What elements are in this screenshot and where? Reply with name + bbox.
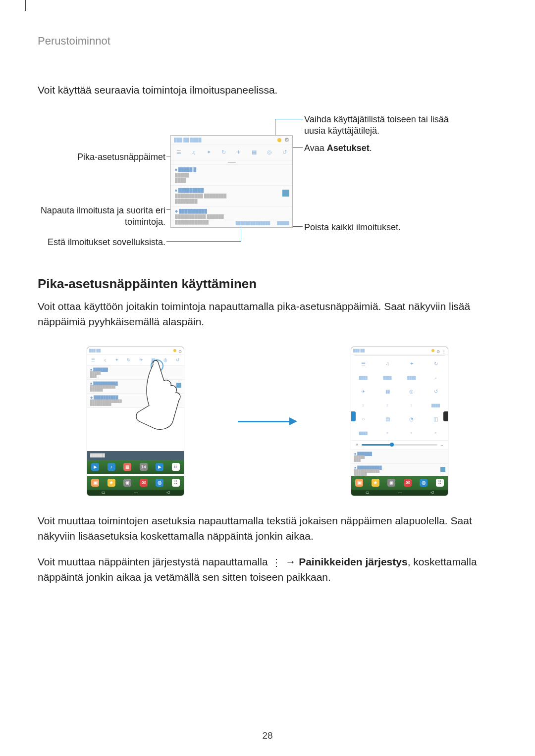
user-avatar-icon (431, 349, 434, 352)
more-icon (442, 347, 446, 355)
rotate-icon: ↻ (221, 149, 226, 155)
section-p1: Voit ottaa käyttöön joitakin toimintoja … (38, 299, 497, 330)
nav-recent-icon: ▭ (366, 490, 370, 495)
callout-switch-user: Vaihda käyttäjätilistä toiseen tai lisää… (304, 114, 463, 137)
gear-icon (284, 137, 289, 143)
intro-text: Voit käyttää seuraavia toimintoja ilmoit… (38, 82, 497, 98)
notification-item: ■ █████████ ██████████ ████████ ████████ (171, 186, 292, 206)
app-icon: ★ (372, 479, 379, 487)
section-p2: Voit muuttaa toimintojen asetuksia napau… (38, 513, 497, 544)
flashlight-icon: ▦ (252, 149, 257, 155)
phone-mock-collapsed: ███ ██ ☰ ♫ ✦ ↻ ✈ ▦ ◎ ↺ ■ ██████████████ … (87, 347, 184, 496)
sound-icon: ♫ (375, 357, 400, 371)
sound-icon: ♫ (192, 150, 196, 155)
nav-home-icon: ― (134, 490, 138, 495)
rotate-icon: ↻ (127, 357, 131, 362)
page-number: 28 (0, 730, 535, 741)
apps-icon: ⠿ (172, 479, 180, 487)
location-icon: ◎ (163, 357, 167, 362)
app-icon: ▣ (91, 479, 99, 487)
power-icon: ◔ (400, 412, 424, 426)
sync-icon: ↺ (424, 385, 448, 399)
mail-icon: ✉ (404, 479, 412, 487)
gear-icon (436, 347, 440, 355)
nav-back-icon: ◁ (430, 490, 433, 495)
flashlight-icon: ▦ (151, 357, 156, 362)
chevron-down-icon: ⌄ (440, 443, 444, 447)
gear-icon (178, 347, 182, 355)
flashlight-icon: ▦ (375, 385, 400, 399)
app-icon: ♪ (107, 463, 115, 471)
app-icon: ▶ (91, 463, 99, 471)
airplane-icon: ✈ (351, 385, 375, 399)
user-avatar-icon (173, 349, 176, 352)
view-icon: ◎ (400, 385, 424, 399)
callout-clear-all: Poista kaikki ilmoitukset. (304, 222, 463, 233)
quick-settings-row: ☰ ♫ ✦ ↻ ✈ ▦ ◎ ↺ (171, 145, 292, 160)
wifi-icon: ☰ (176, 149, 181, 155)
globe-icon: ◍ (420, 479, 428, 487)
callout-open-settings-bold: Asetukset (327, 143, 370, 153)
wifi-icon: ☰ (351, 357, 375, 371)
notification-panel-mock: ███ ██ ████ ☰ ♫ ✦ ↻ ✈ ▦ ◎ ↺ ■ █████ █ ██… (170, 135, 293, 228)
nav-back-icon: ◁ (166, 490, 169, 495)
notification-item: ■ █████ █ █████ ████ (171, 165, 292, 186)
app-icon: ▣ (355, 479, 363, 487)
user-avatar-icon (277, 138, 281, 142)
nav-home-icon: ― (398, 490, 402, 495)
calendar-icon: ▦ (123, 463, 131, 471)
notification-panel-diagram: Pika-asetusnäppäimet Napauta ilmoitusta … (38, 108, 498, 256)
app-icon: ▶ (156, 463, 163, 471)
sync-icon: ↺ (176, 357, 180, 362)
edge-tab-icon (443, 411, 448, 421)
p3-arrow: → (282, 556, 299, 567)
globe-icon: ◍ (156, 479, 163, 487)
p3-bold: Painikkeiden järjestys (299, 556, 407, 567)
brightness-slider: ☀ ⌄ (351, 441, 448, 450)
app-icon: ★ (107, 479, 115, 487)
more-vertical-icon: ⋮ (270, 557, 282, 567)
dock-row-2: ▣ ★ ◉ ✉ ◍ ⠿ ▭ ― ◁ (351, 476, 448, 496)
brightness-icon: ☀ (355, 443, 359, 447)
breadcrumb: Perustoiminnot (38, 20, 497, 48)
dock-row-2: ▣ ★ ◉ ✉ ◍ ⠿ ▭ ― ◁ (87, 476, 184, 496)
apps-icon: ⠿ (436, 479, 444, 487)
bluetooth-icon: ✦ (207, 149, 211, 155)
swipe-down-diagram: ███ ██ ☰ ♫ ✦ ↻ ✈ ▦ ◎ ↺ ■ ██████████████ … (87, 345, 448, 498)
wifi-icon: ☰ (91, 357, 95, 362)
app-icon: 14 (140, 463, 148, 471)
bluetooth-icon: ✦ (115, 357, 119, 362)
callout-open-settings-post: . (370, 143, 372, 153)
location-icon: ◎ (267, 149, 272, 155)
airplane-icon: ✈ (139, 357, 143, 362)
edge-tab-icon (351, 411, 356, 421)
quick-settings-row: ☰ ♫ ✦ ↻ ✈ ▦ ◎ ↺ (87, 354, 184, 366)
callout-block-notifications: Estä ilmoitukset sovelluksista. (38, 237, 165, 248)
section-p3: Voit muuttaa näppäinten järjestystä napa… (38, 554, 497, 585)
panel-footer: ██████████████ █████ (171, 219, 292, 227)
quick-settings-grid: ☰ ♫ ✦ ↻ ████████████≡ ✈ ▦ ◎ ↺ ≡≡≡████ ○ … (351, 357, 448, 441)
p3-pre: Voit muuttaa näppäinten järjestystä napa… (38, 556, 270, 567)
airplane-icon: ✈ (236, 149, 241, 155)
mail-icon: ✉ (140, 479, 148, 487)
phone-mock-expanded: ███ ██ ☰ ♫ ✦ ↻ ████████████≡ ✈ ▦ ◎ ↺ ≡≡≡… (351, 347, 448, 496)
callout-quick-settings: Pika-asetusnäppäimet (38, 151, 165, 163)
status-text: ███ ██ (89, 349, 171, 352)
bluetooth-icon: ✦ (400, 357, 424, 371)
rotate-icon: ↻ (424, 357, 448, 371)
dnd-icon: ▤ (375, 412, 400, 426)
header-rule (25, 0, 26, 11)
arrow-right-icon (238, 419, 297, 424)
callout-tap-notification: Napauta ilmoitusta ja suorita eri toimin… (38, 205, 165, 228)
section-heading-quick-settings: Pika-asetusnäppäinten käyttäminen (38, 276, 497, 292)
sync-icon: ↺ (282, 149, 287, 155)
callout-open-settings: Avaa Asetukset. (304, 143, 463, 154)
dock-row-1: ▶ ♪ ▦ 14 ▶ ⠿ (87, 460, 184, 474)
apps-icon: ⠿ (172, 463, 180, 471)
status-text: ███ ██ (353, 349, 429, 352)
sound-icon: ♫ (104, 357, 107, 362)
camera-icon: ◉ (123, 479, 131, 487)
callout-open-settings-pre: Avaa (304, 143, 327, 153)
camera-icon: ◉ (387, 479, 395, 487)
nav-recent-icon: ▭ (102, 490, 106, 495)
